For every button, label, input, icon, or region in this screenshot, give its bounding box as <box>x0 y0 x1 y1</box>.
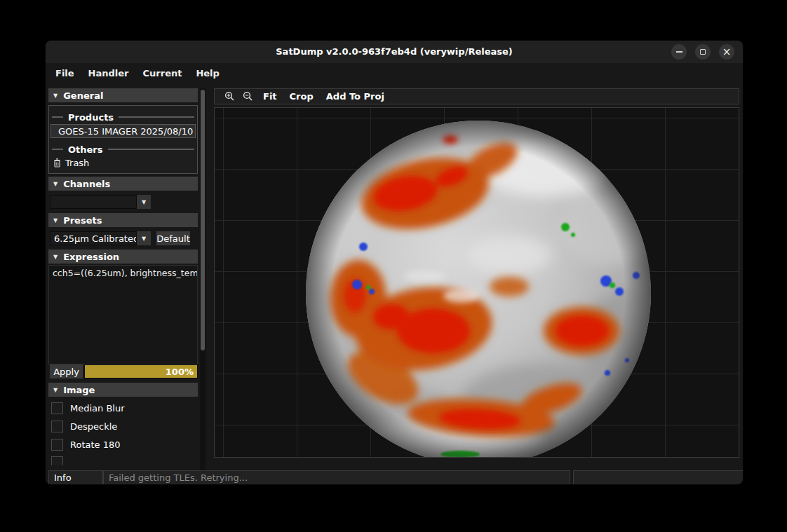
section-header-image[interactable]: ▼ Image <box>48 383 198 397</box>
preset-select-arrow-button[interactable]: ▼ <box>137 231 151 245</box>
desktop-background: SatDump v2.0.0-963f7eb4d (verywip/Releas… <box>0 0 787 532</box>
menu-help[interactable]: Help <box>189 65 226 81</box>
image-toolbar: Fit Crop Add To Proj <box>214 88 739 104</box>
status-extra-box <box>573 470 744 485</box>
preset-select[interactable]: 6.25μm Calibrated W <box>50 231 137 245</box>
separator-line <box>52 149 63 150</box>
zoom-in-button[interactable] <box>220 90 238 103</box>
window-controls: × <box>671 44 734 60</box>
products-separator: Products <box>52 110 194 124</box>
menu-file[interactable]: File <box>48 65 81 81</box>
median-blur-option[interactable]: Median Blur <box>51 402 125 414</box>
tree-item-trash[interactable]: Trash <box>51 156 89 169</box>
zoom-in-icon <box>224 91 235 102</box>
default-button[interactable]: Default <box>156 231 190 245</box>
status-info-label: Info <box>54 472 72 483</box>
median-blur-checkbox[interactable] <box>51 402 63 414</box>
titlebar[interactable]: SatDump v2.0.0-963f7eb4d (verywip/Releas… <box>46 41 743 63</box>
section-image-label: Image <box>63 385 95 395</box>
apply-button[interactable]: Apply <box>50 364 83 378</box>
status-message-box: Failed getting TLEs. Retrying... <box>103 470 570 485</box>
chevron-down-icon: ▼ <box>142 199 146 205</box>
close-icon: × <box>722 47 732 57</box>
chevron-down-icon: ▼ <box>142 236 146 242</box>
section-general-label: General <box>63 90 103 101</box>
others-label: Others <box>68 144 103 155</box>
others-separator: Others <box>52 142 194 156</box>
rotate-180-option[interactable]: Rotate 180 <box>51 438 121 451</box>
separator-line <box>119 116 194 118</box>
image-viewer[interactable] <box>214 107 739 458</box>
clipped-checkbox[interactable] <box>51 456 63 465</box>
apply-button-label: Apply <box>53 367 79 377</box>
restore-icon <box>700 49 706 55</box>
minimize-icon <box>676 51 682 53</box>
section-header-presets[interactable]: ▼ Presets <box>48 213 198 227</box>
preset-select-value: 6.25μm Calibrated W <box>54 233 137 244</box>
restore-button[interactable] <box>695 44 711 60</box>
statusbar: Info Failed getting TLEs. Retrying... <box>48 470 744 485</box>
fit-button[interactable]: Fit <box>257 91 283 102</box>
minimize-button[interactable] <box>671 44 687 60</box>
handler-tree: Products GOES-15 IMAGER 2025/08/10 Other… <box>48 105 198 174</box>
close-button[interactable]: × <box>719 44 734 60</box>
expression-input[interactable]: cch5=((6.25um), brightness_temp <box>48 265 198 364</box>
status-message: Failed getting TLEs. Retrying... <box>109 472 248 483</box>
section-header-general[interactable]: ▼ General <box>48 88 198 102</box>
section-header-expression[interactable]: ▼ Expression <box>48 250 198 264</box>
earth-disk-satellite-image <box>215 108 739 457</box>
despeckle-label: Despeckle <box>70 421 117 432</box>
status-info-box: Info <box>48 470 103 485</box>
sidebar-scrollbar-thumb[interactable] <box>201 90 205 350</box>
progress-value: 100% <box>166 367 194 377</box>
clipped-option-row <box>51 456 63 465</box>
section-channels-label: Channels <box>63 179 110 189</box>
crop-button[interactable]: Crop <box>283 91 320 102</box>
menubar: File Handler Current Help <box>46 63 743 83</box>
menu-handler[interactable]: Handler <box>81 65 136 81</box>
products-label: Products <box>68 112 114 123</box>
section-expression-label: Expression <box>63 252 119 262</box>
trash-icon <box>53 158 61 168</box>
zoom-out-button[interactable] <box>238 90 257 103</box>
chevron-down-icon: ▼ <box>53 217 58 224</box>
trash-label: Trash <box>65 158 89 168</box>
median-blur-label: Median Blur <box>70 403 125 414</box>
section-presets-label: Presets <box>63 215 102 226</box>
section-header-channels[interactable]: ▼ Channels <box>48 177 198 191</box>
chevron-down-icon: ▼ <box>53 254 58 260</box>
despeckle-checkbox[interactable] <box>51 421 63 432</box>
chevron-down-icon: ▼ <box>53 387 58 393</box>
separator-line <box>108 149 195 150</box>
despeckle-option[interactable]: Despeckle <box>51 420 117 432</box>
tree-item-goes15-product[interactable]: GOES-15 IMAGER 2025/08/10 <box>51 124 196 138</box>
satdump-window: SatDump v2.0.0-963f7eb4d (verywip/Releas… <box>45 40 744 485</box>
channel-select[interactable] <box>50 195 137 209</box>
sidebar-scrollbar[interactable] <box>200 88 206 470</box>
chevron-down-icon: ▼ <box>53 93 58 99</box>
apply-progress-bar: 100% <box>84 364 198 378</box>
menu-current[interactable]: Current <box>136 65 189 81</box>
rotate-180-checkbox[interactable] <box>51 439 63 451</box>
rotate-180-label: Rotate 180 <box>70 439 121 450</box>
add-to-proj-button[interactable]: Add To Proj <box>320 91 391 102</box>
default-button-label: Default <box>156 233 190 244</box>
separator-line <box>52 116 63 118</box>
chevron-down-icon: ▼ <box>53 181 58 187</box>
sidebar: ▼ General Products GOES-15 IMAGER 2025/0… <box>48 88 206 470</box>
tree-item-label: GOES-15 IMAGER 2025/08/10 <box>58 126 193 137</box>
window-title: SatDump v2.0.0-963f7eb4d (verywip/Releas… <box>46 41 743 63</box>
channel-select-arrow-button[interactable]: ▼ <box>137 195 151 209</box>
zoom-out-icon <box>243 91 253 102</box>
